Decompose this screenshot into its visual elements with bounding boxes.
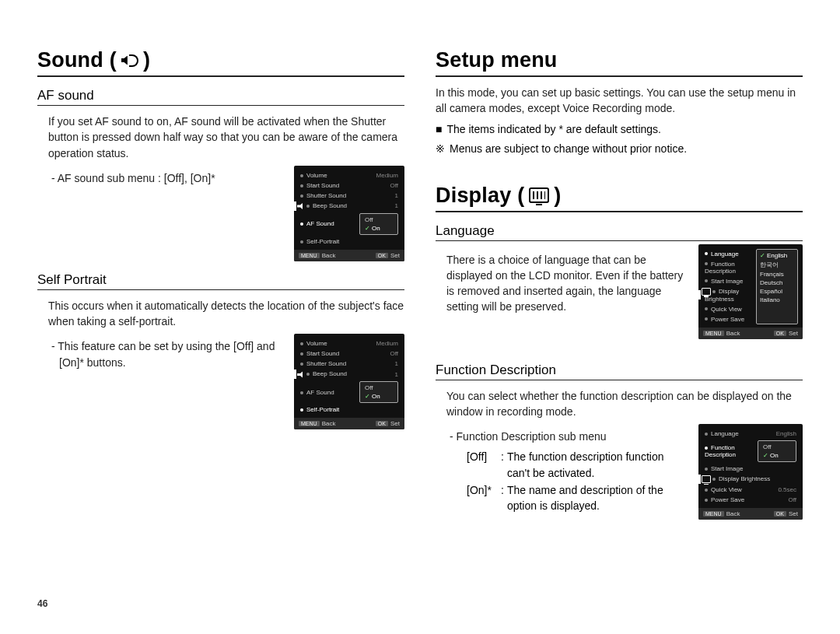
self-portrait-body: This occurs when it automatically detect…: [48, 298, 404, 330]
language-heading: Language: [436, 223, 803, 241]
language-option-box: English 한국어 Français Deutsch Español Ita…: [756, 249, 798, 324]
fd-option-box: Off On: [758, 440, 796, 462]
display-section-title: Display ( ): [436, 184, 803, 212]
function-description-heading: Function Description: [436, 363, 803, 380]
sound-tab-icon: [297, 202, 305, 210]
setup-menu-body: In this mode, you can set up basic setti…: [436, 85, 803, 117]
left-column: Sound ( ) AF sound If you set AF sound t…: [37, 48, 404, 611]
lcd-af-sound: VolumeMedium Start SoundOff Shutter Soun…: [294, 166, 404, 261]
setup-menu-title: Setup menu: [436, 48, 803, 77]
setup-bullet-notice: ※ Menus are subject to change without pr…: [436, 141, 803, 157]
setup-bullet-default: ■ The items indicated by * are default s…: [436, 121, 803, 138]
display-tab-icon: [702, 475, 711, 483]
lcd-footer: MENUBack OKSet: [294, 250, 404, 261]
sound-tab-icon: [297, 370, 305, 378]
right-column: Setup menu In this mode, you can set up …: [436, 48, 803, 611]
speaker-icon: [121, 52, 138, 69]
display-title-prefix: Display (: [436, 184, 524, 208]
lcd-self-portrait: VolumeMedium Start SoundOff Shutter Soun…: [294, 334, 404, 429]
manual-page: Sound ( ) AF sound If you set AF sound t…: [0, 0, 840, 634]
monitor-icon: [529, 187, 549, 203]
lcd-footer: MENUBack OKSet: [698, 328, 803, 339]
af-sound-heading: AF sound: [37, 88, 404, 106]
lcd-function-description: LanguageEnglish Function Description Off…: [698, 424, 803, 520]
af-sound-submenu: - AF sound sub menu : [Off], [On]*: [59, 170, 283, 186]
self-option-box: Off On: [359, 381, 398, 403]
function-description-body: You can select whether the function desc…: [446, 388, 803, 420]
af-sound-option-box: Off On: [359, 213, 398, 235]
lcd-footer: MENUBack OKSet: [294, 418, 404, 429]
self-portrait-submenu: - This feature can be set by using the […: [59, 338, 283, 370]
lcd-footer: MENUBack OKSet: [698, 508, 803, 520]
display-title-suffix: ): [554, 184, 561, 208]
self-portrait-heading: Self Portrait: [37, 272, 404, 290]
lcd-language: Language Function Description Start Imag…: [698, 244, 803, 339]
display-tab-icon: [702, 288, 711, 296]
af-sound-body: If you set AF sound to on, AF sound will…: [48, 114, 404, 161]
sound-title-suffix: ): [143, 48, 150, 72]
sound-section-title: Sound ( ): [37, 48, 404, 77]
setup-menu-title-text: Setup menu: [436, 48, 558, 72]
fd-submenu-title: - Function Description sub menu: [457, 429, 688, 444]
sound-title-prefix: Sound (: [37, 48, 117, 72]
language-body: There is a choice of language that can b…: [446, 252, 688, 315]
page-number: 46: [37, 598, 47, 609]
fd-options: [Off] : The function description functio…: [467, 449, 688, 513]
